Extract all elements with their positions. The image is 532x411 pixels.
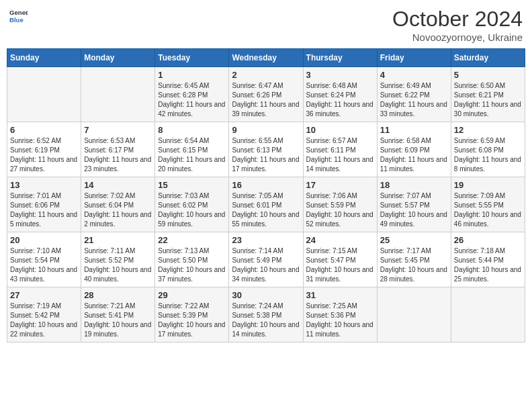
day-info: Sunrise: 7:22 AM Sunset: 5:39 PM Dayligh… xyxy=(158,302,226,339)
calendar-day-cell: 20Sunrise: 7:10 AM Sunset: 5:54 PM Dayli… xyxy=(7,232,81,287)
day-number: 7 xyxy=(84,125,152,135)
day-info: Sunrise: 6:53 AM Sunset: 6:17 PM Dayligh… xyxy=(84,136,152,174)
calendar-day-cell: 10Sunrise: 6:57 AM Sunset: 6:11 PM Dayli… xyxy=(303,122,377,177)
day-info: Sunrise: 7:11 AM Sunset: 5:52 PM Dayligh… xyxy=(84,246,152,284)
day-number: 20 xyxy=(10,235,78,245)
day-number: 8 xyxy=(158,125,226,135)
day-info: Sunrise: 6:49 AM Sunset: 6:22 PM Dayligh… xyxy=(380,81,448,119)
calendar-day-cell: 25Sunrise: 7:17 AM Sunset: 5:45 PM Dayli… xyxy=(377,232,451,287)
day-info: Sunrise: 7:05 AM Sunset: 6:01 PM Dayligh… xyxy=(232,191,300,229)
day-info: Sunrise: 6:48 AM Sunset: 6:24 PM Dayligh… xyxy=(306,81,374,119)
calendar-day-cell: 3Sunrise: 6:48 AM Sunset: 6:24 PM Daylig… xyxy=(303,67,377,122)
calendar-day-cell: 11Sunrise: 6:58 AM Sunset: 6:09 PM Dayli… xyxy=(377,122,451,177)
day-number: 4 xyxy=(380,70,448,80)
weekday-header-cell: Friday xyxy=(377,49,451,67)
day-number: 13 xyxy=(10,180,78,190)
day-info: Sunrise: 7:14 AM Sunset: 5:49 PM Dayligh… xyxy=(232,246,300,284)
day-info: Sunrise: 7:25 AM Sunset: 5:36 PM Dayligh… xyxy=(306,302,374,339)
calendar-day-cell: 13Sunrise: 7:01 AM Sunset: 6:06 PM Dayli… xyxy=(7,177,81,232)
day-info: Sunrise: 6:47 AM Sunset: 6:26 PM Dayligh… xyxy=(232,81,300,119)
calendar-week-row: 1Sunrise: 6:45 AM Sunset: 6:28 PM Daylig… xyxy=(7,67,525,122)
day-number: 14 xyxy=(84,180,152,190)
weekday-header-cell: Tuesday xyxy=(155,49,229,67)
calendar-day-cell: 29Sunrise: 7:22 AM Sunset: 5:39 PM Dayli… xyxy=(155,287,229,342)
month-title: October 2024 xyxy=(392,7,523,32)
day-info: Sunrise: 6:45 AM Sunset: 6:28 PM Dayligh… xyxy=(158,81,226,119)
day-info: Sunrise: 7:03 AM Sunset: 6:02 PM Dayligh… xyxy=(158,191,226,229)
day-number: 27 xyxy=(10,290,78,300)
day-number: 5 xyxy=(454,70,522,80)
page-header: General Blue October 2024 Novoozyornoye,… xyxy=(7,7,525,43)
calendar-day-cell: 24Sunrise: 7:15 AM Sunset: 5:47 PM Dayli… xyxy=(303,232,377,287)
calendar-day-cell: 19Sunrise: 7:09 AM Sunset: 5:55 PM Dayli… xyxy=(451,177,525,232)
calendar-day-cell: 28Sunrise: 7:21 AM Sunset: 5:41 PM Dayli… xyxy=(81,287,155,342)
day-number: 12 xyxy=(454,125,522,135)
day-number: 11 xyxy=(380,125,448,135)
calendar-day-cell: 15Sunrise: 7:03 AM Sunset: 6:02 PM Dayli… xyxy=(155,177,229,232)
weekday-header-cell: Monday xyxy=(81,49,155,67)
calendar-day-cell: 16Sunrise: 7:05 AM Sunset: 6:01 PM Dayli… xyxy=(229,177,303,232)
calendar-day-cell: 6Sunrise: 6:52 AM Sunset: 6:19 PM Daylig… xyxy=(7,122,81,177)
day-info: Sunrise: 7:18 AM Sunset: 5:44 PM Dayligh… xyxy=(454,246,522,284)
weekday-header-row: SundayMondayTuesdayWednesdayThursdayFrid… xyxy=(7,49,525,67)
day-info: Sunrise: 7:09 AM Sunset: 5:55 PM Dayligh… xyxy=(454,191,522,229)
svg-text:Blue: Blue xyxy=(9,16,24,24)
day-number: 21 xyxy=(84,235,152,245)
calendar-table: SundayMondayTuesdayWednesdayThursdayFrid… xyxy=(7,48,525,342)
day-info: Sunrise: 7:17 AM Sunset: 5:45 PM Dayligh… xyxy=(380,246,448,284)
logo-icon: General Blue xyxy=(9,7,28,26)
calendar-day-cell: 9Sunrise: 6:55 AM Sunset: 6:13 PM Daylig… xyxy=(229,122,303,177)
calendar-day-cell: 18Sunrise: 7:07 AM Sunset: 5:57 PM Dayli… xyxy=(377,177,451,232)
day-info: Sunrise: 7:21 AM Sunset: 5:41 PM Dayligh… xyxy=(84,302,152,339)
day-number: 25 xyxy=(380,235,448,245)
calendar-day-cell xyxy=(451,287,525,342)
day-info: Sunrise: 7:10 AM Sunset: 5:54 PM Dayligh… xyxy=(10,246,78,284)
calendar-day-cell: 31Sunrise: 7:25 AM Sunset: 5:36 PM Dayli… xyxy=(303,287,377,342)
day-number: 26 xyxy=(454,235,522,245)
weekday-header-cell: Thursday xyxy=(303,49,377,67)
day-info: Sunrise: 7:15 AM Sunset: 5:47 PM Dayligh… xyxy=(306,246,374,284)
day-number: 1 xyxy=(158,70,226,80)
weekday-header-cell: Wednesday xyxy=(229,49,303,67)
day-info: Sunrise: 7:19 AM Sunset: 5:42 PM Dayligh… xyxy=(10,302,78,339)
calendar-day-cell: 30Sunrise: 7:24 AM Sunset: 5:38 PM Dayli… xyxy=(229,287,303,342)
svg-text:General: General xyxy=(9,9,28,16)
day-number: 28 xyxy=(84,290,152,300)
day-number: 29 xyxy=(158,290,226,300)
weekday-header-cell: Sunday xyxy=(7,49,81,67)
day-number: 9 xyxy=(232,125,300,135)
day-number: 17 xyxy=(306,180,374,190)
calendar-week-row: 20Sunrise: 7:10 AM Sunset: 5:54 PM Dayli… xyxy=(7,232,525,287)
calendar-day-cell xyxy=(7,67,81,122)
calendar-day-cell: 26Sunrise: 7:18 AM Sunset: 5:44 PM Dayli… xyxy=(451,232,525,287)
day-number: 15 xyxy=(158,180,226,190)
day-number: 24 xyxy=(306,235,374,245)
day-info: Sunrise: 6:57 AM Sunset: 6:11 PM Dayligh… xyxy=(306,136,374,174)
day-number: 23 xyxy=(232,235,300,245)
calendar-day-cell: 8Sunrise: 6:54 AM Sunset: 6:15 PM Daylig… xyxy=(155,122,229,177)
day-number: 22 xyxy=(158,235,226,245)
day-info: Sunrise: 6:58 AM Sunset: 6:09 PM Dayligh… xyxy=(380,136,448,174)
logo: General Blue xyxy=(9,7,28,26)
location-subtitle: Novoozyornoye, Ukraine xyxy=(392,32,523,43)
day-info: Sunrise: 7:01 AM Sunset: 6:06 PM Dayligh… xyxy=(10,191,78,229)
day-info: Sunrise: 6:54 AM Sunset: 6:15 PM Dayligh… xyxy=(158,136,226,174)
day-number: 3 xyxy=(306,70,374,80)
day-number: 31 xyxy=(306,290,374,300)
day-info: Sunrise: 7:02 AM Sunset: 6:04 PM Dayligh… xyxy=(84,191,152,229)
calendar-day-cell: 27Sunrise: 7:19 AM Sunset: 5:42 PM Dayli… xyxy=(7,287,81,342)
calendar-week-row: 27Sunrise: 7:19 AM Sunset: 5:42 PM Dayli… xyxy=(7,287,525,342)
calendar-day-cell: 22Sunrise: 7:13 AM Sunset: 5:50 PM Dayli… xyxy=(155,232,229,287)
day-info: Sunrise: 7:07 AM Sunset: 5:57 PM Dayligh… xyxy=(380,191,448,229)
calendar-day-cell: 7Sunrise: 6:53 AM Sunset: 6:17 PM Daylig… xyxy=(81,122,155,177)
calendar-day-cell: 23Sunrise: 7:14 AM Sunset: 5:49 PM Dayli… xyxy=(229,232,303,287)
day-info: Sunrise: 7:13 AM Sunset: 5:50 PM Dayligh… xyxy=(158,246,226,284)
day-number: 30 xyxy=(232,290,300,300)
calendar-day-cell: 14Sunrise: 7:02 AM Sunset: 6:04 PM Dayli… xyxy=(81,177,155,232)
title-block: October 2024 Novoozyornoye, Ukraine xyxy=(392,7,523,43)
calendar-day-cell: 2Sunrise: 6:47 AM Sunset: 6:26 PM Daylig… xyxy=(229,67,303,122)
calendar-week-row: 6Sunrise: 6:52 AM Sunset: 6:19 PM Daylig… xyxy=(7,122,525,177)
day-number: 16 xyxy=(232,180,300,190)
weekday-header-cell: Saturday xyxy=(451,49,525,67)
day-number: 2 xyxy=(232,70,300,80)
